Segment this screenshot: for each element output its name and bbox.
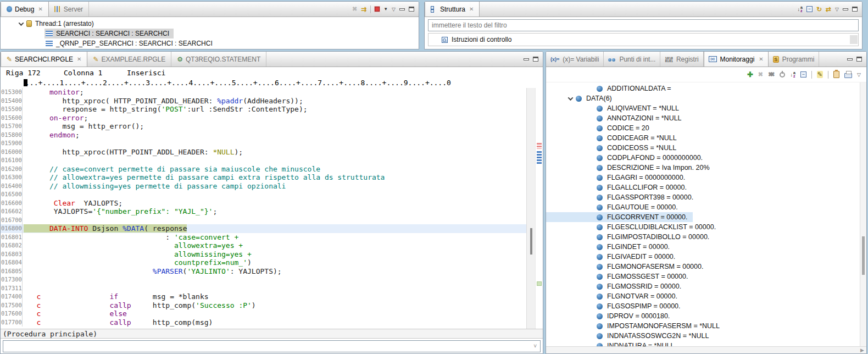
watch-item[interactable]: FLGCORRVENT = 00000. xyxy=(546,212,693,222)
watch-item[interactable]: FLGMOSSGEST = 00000. xyxy=(546,272,693,281)
sort-az-icon[interactable]: ↓az xyxy=(798,6,803,13)
horizontal-scrollbar[interactable]: ▶ xyxy=(546,346,866,353)
collapse-all-icon[interactable]: − xyxy=(806,6,813,12)
tab-server[interactable]: Server xyxy=(49,2,89,16)
close-icon[interactable]: ✕ xyxy=(38,6,42,12)
code-line[interactable]: 016801 : 'case=convert + xyxy=(1,233,526,242)
tab-monitoraggi[interactable]: (x) Monitoraggi ✕ xyxy=(704,52,769,67)
close-icon[interactable]: ✕ xyxy=(759,56,763,62)
enable-disable-icon[interactable] xyxy=(780,72,785,78)
thread-node[interactable]: Thread:1 (arrestato) xyxy=(1,19,419,29)
watch-item[interactable]: FLGSOSPIMP = 00000. xyxy=(546,301,686,311)
code-line[interactable]: 015400 http_xproc( HTTP_POINT_ADDL_HEADE… xyxy=(1,97,526,106)
watch-item[interactable]: DESCRIZIONE = Iva Impon. 20% xyxy=(546,163,715,173)
tab-punti-di-interruzione[interactable]: Punti di int... xyxy=(604,52,660,67)
code-line[interactable]: 016700 xyxy=(1,216,526,225)
remove-monitor-icon[interactable]: ✖ xyxy=(758,71,763,78)
code-line[interactable]: 016602 YAJLOPTS='{"number_prefix": "YAJL… xyxy=(1,207,526,216)
print-icon[interactable] xyxy=(844,73,852,78)
code-line[interactable]: 016100 xyxy=(1,156,526,165)
watch-item[interactable]: FLGASSPORT398 = 00000. xyxy=(546,192,699,202)
tab-variabili[interactable]: (x)= (x)= Variabili xyxy=(546,52,604,67)
watch-item[interactable]: FLGAGRI = 0000000000. xyxy=(546,173,691,182)
scroll-right-icon[interactable]: ▶ xyxy=(860,347,864,353)
minimize-icon[interactable] xyxy=(847,58,853,60)
maximize-icon[interactable] xyxy=(533,57,538,62)
remove-all-monitors-icon[interactable]: ✖✖ xyxy=(768,71,775,78)
scrollbar-thumb[interactable] xyxy=(530,228,532,255)
stack-frame[interactable]: SEARCHCI : SEARCHCI : SEARCHCI xyxy=(44,29,174,38)
watch-item[interactable]: INDNATURA = *NULL xyxy=(546,341,680,346)
tab-debug[interactable]: Debug ✕ xyxy=(1,2,49,16)
clipboard-icon[interactable] xyxy=(833,71,839,78)
code-line[interactable]: 017400 c if msg = *blanks xyxy=(1,292,526,301)
sort-az-icon[interactable]: ↓az xyxy=(790,71,795,78)
code-line[interactable]: 016805 %PARSER('YAJLINTO': YAJLOPTS); xyxy=(1,267,526,276)
scrollbar-thumb[interactable] xyxy=(862,236,865,275)
code-line[interactable]: 016500 xyxy=(1,190,526,199)
code-line[interactable]: 015700 msg = http_error(); xyxy=(1,122,526,131)
remove-terminated-icon[interactable]: ✖ xyxy=(352,5,357,13)
collapse-all-icon[interactable]: − xyxy=(800,71,806,78)
code-line[interactable]: 016200 // case=convert permette di passa… xyxy=(1,165,526,174)
watch-item[interactable]: CODICEAGR = *NULL xyxy=(546,133,682,143)
editor-scrollbar[interactable] xyxy=(526,88,535,329)
procedure-combo[interactable]: ˅ xyxy=(3,340,541,352)
minimize-icon[interactable] xyxy=(399,8,405,10)
code-line[interactable]: 017311 xyxy=(1,284,526,293)
code-line[interactable]: 016800 DATA-INTO Dsjson %DATA( response xyxy=(1,224,526,233)
code-line[interactable]: 017600 c else xyxy=(1,309,526,318)
watch-item[interactable]: DATA(6) xyxy=(546,93,617,103)
maximize-icon[interactable] xyxy=(852,7,858,12)
watch-item[interactable]: ADDITIONALDATA = xyxy=(546,84,677,93)
debug-hardware-icon[interactable] xyxy=(375,7,380,12)
expanded-chevron-icon[interactable] xyxy=(19,20,24,26)
watch-item[interactable]: FLGAUTOUE = 00000. xyxy=(546,202,683,212)
close-icon[interactable]: ✕ xyxy=(77,56,81,62)
step-filters-icon[interactable]: ⇉ xyxy=(361,5,366,13)
watch-item[interactable]: ANNOTAZIONI = *NULL xyxy=(546,113,687,123)
watch-item[interactable]: FLGMONOFASERSM = 00000. xyxy=(546,262,709,272)
tab-registri[interactable]: 10100101 Registri xyxy=(660,52,703,67)
view-menu-icon[interactable]: ▽ xyxy=(392,7,396,12)
add-monitor-icon[interactable]: ✚ xyxy=(747,70,753,79)
minimize-icon[interactable] xyxy=(524,58,529,60)
close-icon[interactable]: ✕ xyxy=(469,6,474,12)
watch-item[interactable]: IMPOSTAMONOFASERSM = *NULL xyxy=(546,321,725,331)
tab-programmi[interactable]: S Programmi xyxy=(769,52,820,67)
stack-frame[interactable]: _QRNP_PEP_SEARCHCI : SEARCHCI : SEARCHCI xyxy=(44,38,217,48)
code-line[interactable]: 015800 endmon; xyxy=(1,131,526,140)
watch-item[interactable]: INDNATASSOSWCG2N = *NULL xyxy=(546,331,714,341)
code-line[interactable]: 016300 // allowextra=yes permette di pas… xyxy=(1,173,526,182)
link-with-editor-icon[interactable]: ⇄ xyxy=(826,5,831,13)
watch-item[interactable]: CODICE = 20 xyxy=(546,123,655,133)
dropdown-arrow-icon[interactable]: ▼ xyxy=(383,7,388,12)
breakpoint-markers[interactable] xyxy=(537,151,542,164)
watch-item[interactable]: FLGIVAEDIT = 00000. xyxy=(546,252,681,262)
watch-item[interactable]: ALIQIVAVENT = *NULL xyxy=(546,103,685,113)
refresh-icon[interactable]: ↻ xyxy=(816,5,822,13)
tab-searchci-rpgle[interactable]: ✎ SEARCHCI.RPGLE ✕ xyxy=(1,52,87,67)
expanded-chevron-icon[interactable] xyxy=(568,95,574,101)
error-marker[interactable] xyxy=(537,143,542,149)
view-menu-icon[interactable]: ▽ xyxy=(857,72,861,78)
filter-input[interactable] xyxy=(428,19,859,31)
code-line[interactable]: 015900 xyxy=(1,139,526,148)
edit-monitor-icon[interactable]: ✎ xyxy=(817,71,823,78)
list-item-istruzioni[interactable]: Istruzioni di controllo xyxy=(429,36,850,43)
code-area[interactable]: 015300 monitor;015400 http_xproc( HTTP_P… xyxy=(1,88,526,329)
watch-item[interactable]: FLGIMPOSTADIBOLLO = 00000. xyxy=(546,232,715,242)
code-line[interactable]: 016600 Clear YAJLOPTS; xyxy=(1,199,526,208)
code-line[interactable]: 017700 c callp http_comp(msg) xyxy=(1,318,526,327)
tab-exampleae-rpgle[interactable]: ✎ EXAMPLEAE.RPGLE xyxy=(87,52,171,67)
code-line[interactable]: 016000 http_xproc(HTTP_POINT_ADDL_HEADER… xyxy=(1,148,526,157)
code-line[interactable]: 015500 response = http_string('POST':url… xyxy=(1,105,526,114)
watch-item[interactable]: CODPLAFOND = 0000000000. xyxy=(546,153,708,163)
code-line[interactable]: 015600 on-error; xyxy=(1,114,526,123)
occurrence-marker[interactable] xyxy=(537,281,542,286)
maximize-icon[interactable] xyxy=(856,57,862,62)
minimize-icon[interactable] xyxy=(843,8,848,10)
watch-item[interactable]: FLGINDET = 00000. xyxy=(546,242,675,252)
code-line[interactable]: 015300 monitor; xyxy=(1,88,526,97)
view-menu-icon[interactable]: ▽ xyxy=(835,7,839,12)
